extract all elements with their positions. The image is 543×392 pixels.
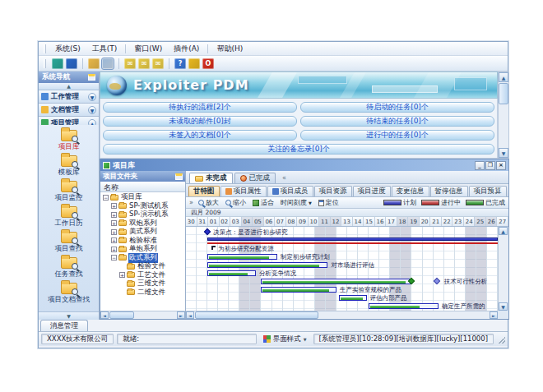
gantt-hscrollbar[interactable]: ◄ ► [186, 311, 498, 319]
scroll-left-icon[interactable]: ◄ [186, 311, 194, 319]
chevron-icon[interactable]: ▼ [88, 93, 96, 101]
toolbar-grip[interactable] [44, 59, 46, 68]
scroll-down-icon[interactable]: ▼ [499, 302, 508, 311]
status-link[interactable]: 未读取的邮件[0]封 [103, 116, 297, 127]
scrollbar-thumb[interactable] [499, 83, 508, 104]
scrollbar-thumb[interactable] [109, 311, 134, 319]
milestone-diamond[interactable] [204, 228, 211, 235]
status-link[interactable]: 关注的备忘录[0]个 [103, 144, 494, 154]
tree-expander-icon[interactable]: + [111, 212, 117, 218]
chevron-icon[interactable]: ▼ [88, 106, 96, 114]
desktop-icon[interactable] [102, 58, 114, 69]
menu-item[interactable]: 插件(A) [168, 42, 205, 56]
scroll-left-icon[interactable]: ◄ [100, 311, 109, 319]
sidebar-item-任务查找[interactable]: 任务查找 [39, 256, 99, 281]
tree-column-header[interactable]: 名称 [100, 182, 185, 192]
sidebar-item-项目库[interactable]: 项目库 [39, 128, 99, 154]
sidebar-item-项目监控[interactable]: 项目监控 [39, 179, 99, 205]
tree-expander-icon[interactable]: − [111, 255, 117, 261]
tree-expander-icon[interactable]: + [111, 203, 117, 209]
gantt-button-适合[interactable]: 适合 [251, 198, 276, 207]
main-scrollbar[interactable]: ▲ ▼ [498, 71, 509, 159]
tab-项目资源[interactable]: 项目资源 [314, 186, 352, 196]
tab-项目成员[interactable]: 项目成员 [267, 186, 313, 196]
gantt-button-缩小[interactable]: 缩小 [224, 198, 248, 207]
scroll-up-icon[interactable]: ▲ [499, 227, 508, 235]
tab-暂停信息[interactable]: 暂停信息 [430, 186, 468, 196]
task-bar[interactable] [207, 262, 327, 268]
exit-icon[interactable]: O [202, 58, 214, 69]
workspace-icon[interactable] [52, 58, 63, 69]
status-link[interactable]: 待执行的流程[2]个 [103, 102, 297, 113]
pin-icon[interactable] [175, 173, 183, 180]
menu-item[interactable]: 系统(S) [49, 42, 86, 56]
tab-甘特图[interactable]: 甘特图 [188, 186, 220, 196]
resize-grip[interactable] [497, 335, 505, 344]
task-bar[interactable] [369, 303, 439, 309]
tab-label: 已完成 [249, 173, 271, 183]
tab-项目进度[interactable]: 项目进度 [353, 186, 391, 196]
scroll-up-icon[interactable]: ▲ [499, 72, 508, 82]
gantt-vscrollbar[interactable]: ▲ ▼ [498, 227, 508, 311]
project-window-titlebar[interactable]: 项目库 _ ❐ × [100, 159, 508, 171]
task-bar[interactable] [261, 287, 336, 293]
sidebar-item-项目查找[interactable]: 项目查找 [39, 230, 99, 256]
tab-项目属性[interactable]: 项目属性 [220, 186, 267, 196]
help-icon[interactable]: ? [174, 58, 186, 69]
tab-变更信息[interactable]: 变更信息 [392, 186, 429, 196]
mail-send-icon[interactable]: ✉ [152, 58, 164, 69]
task-bar[interactable] [261, 279, 411, 284]
tree-expander-icon[interactable]: + [111, 229, 117, 235]
status-link[interactable]: 未签入的文档[0]个 [103, 130, 297, 141]
interface-style-button[interactable]: 界面样式 ▼ [260, 334, 310, 345]
tree-hscrollbar[interactable]: ◄ ► [100, 311, 185, 319]
scroll-down-icon[interactable]: ▼ [499, 148, 508, 158]
status-link[interactable]: 待启动的任务[0]个 [300, 102, 494, 113]
minimize-icon[interactable]: _ [475, 161, 485, 170]
task-bar[interactable] [339, 295, 367, 301]
scrollbar-thumb[interactable] [195, 311, 318, 319]
tree-expander-icon[interactable]: + [111, 238, 117, 243]
status-link[interactable]: 待结束的任务[0]个 [300, 116, 494, 127]
tree-expander-icon[interactable]: + [111, 220, 117, 226]
tab-项目预算[interactable]: 项目预算 [469, 186, 507, 196]
task-bar[interactable] [207, 254, 277, 260]
close-icon[interactable]: × [496, 161, 506, 170]
sidebar-item-工作日历[interactable]: 工作日历 [39, 205, 99, 230]
milestone-diamond[interactable] [433, 278, 439, 284]
tree-node-二维文件[interactable]: 二维文件 [100, 288, 185, 297]
mail-receive-icon[interactable]: ✉ [124, 58, 136, 69]
toolbar-overflow-icon[interactable]: » [189, 199, 193, 206]
open-folder-icon[interactable] [88, 58, 100, 69]
menu-item[interactable]: 窗口(W) [128, 42, 168, 56]
gantt-button-放大[interactable]: 放大 [197, 198, 220, 207]
summary-bar[interactable] [207, 238, 498, 241]
menu-item[interactable]: 工具(T) [86, 42, 123, 56]
sidebar-group-工作管理[interactable]: 工作管理▼ [39, 90, 99, 104]
gantt-button-时间刻度[interactable]: 时间刻度▼ [279, 198, 313, 207]
lock-icon[interactable] [188, 58, 200, 69]
sidebar-expand-button[interactable]: ▼ [39, 311, 99, 320]
task-bar[interactable] [207, 270, 256, 276]
scroll-right-icon[interactable]: ► [490, 311, 498, 319]
sidebar-item-项目文档查找[interactable]: 项目文档查找 [39, 281, 99, 307]
web-icon[interactable] [66, 58, 77, 69]
menu-item[interactable]: 帮助(H) [211, 42, 248, 56]
mail-read-icon[interactable]: ✉ [138, 58, 150, 69]
message-panel-tab[interactable]: 消息管理 [40, 320, 88, 331]
tab-未完成[interactable]: 未完成 [189, 173, 233, 183]
toolbar-grip[interactable] [44, 44, 46, 53]
restore-icon[interactable]: ❐ [485, 161, 495, 170]
tab-overflow-icon[interactable]: « [282, 174, 286, 183]
tree-expander-icon[interactable]: + [111, 247, 117, 252]
scroll-right-icon[interactable]: ► [177, 311, 185, 319]
tab-已完成[interactable]: 已完成 [234, 173, 276, 183]
sidebar-collapse-button[interactable]: ▲ [39, 83, 99, 90]
sidebar-group-文档管理[interactable]: 文档管理▼ [39, 104, 99, 117]
tree-expander-icon[interactable]: + [119, 272, 125, 278]
gantt-button-定位[interactable]: 定位 [317, 198, 341, 207]
button-label: 放大 [206, 198, 219, 207]
sidebar-item-模板库[interactable]: 模板库 [39, 154, 99, 179]
status-link[interactable]: 进行中的任务[0]个 [300, 130, 494, 141]
tree-expander-icon[interactable]: − [103, 195, 109, 201]
